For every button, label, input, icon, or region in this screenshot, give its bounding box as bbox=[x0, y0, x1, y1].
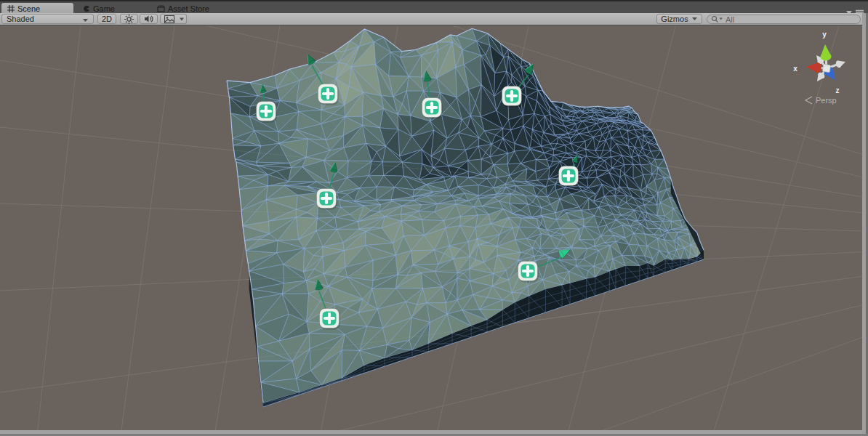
effects-dropdown[interactable] bbox=[177, 14, 187, 24]
tab-asset-store-label: Asset Store bbox=[168, 4, 209, 13]
tab-bar: Scene Game Asset Store bbox=[0, 0, 868, 13]
chevron-down-icon bbox=[692, 17, 698, 21]
search-icon bbox=[711, 15, 726, 23]
axis-label-x: x bbox=[793, 65, 797, 73]
lighting-toggle-button[interactable] bbox=[120, 14, 138, 24]
scene-viewport[interactable]: xyzPersp bbox=[0, 26, 862, 430]
scene-toolbar: Shaded 2D bbox=[0, 13, 862, 25]
spawn-point-gizmo[interactable] bbox=[317, 189, 337, 210]
effects-toggle-button[interactable] bbox=[160, 14, 178, 24]
shading-mode-label: Shaded bbox=[7, 15, 34, 23]
spawn-point-gizmo[interactable] bbox=[422, 98, 443, 119]
audio-toggle-button[interactable] bbox=[140, 14, 158, 24]
spawn-point-gizmo[interactable] bbox=[318, 84, 339, 105]
scene-search-input[interactable]: All bbox=[707, 15, 861, 24]
spawn-point-gizmo[interactable] bbox=[559, 166, 579, 187]
scene-grid-icon bbox=[7, 5, 15, 12]
unity-scene-view-window: Scene Game Asset Store Shaded bbox=[0, 0, 868, 436]
speaker-icon bbox=[144, 15, 153, 23]
chevron-down-icon bbox=[180, 17, 185, 21]
spawn-point-gizmo[interactable] bbox=[320, 309, 340, 330]
2d-toggle-button[interactable]: 2D bbox=[97, 14, 116, 24]
search-value: All bbox=[726, 15, 734, 24]
persp-text: Persp bbox=[816, 96, 837, 105]
sun-icon bbox=[124, 15, 134, 24]
tab-game-label: Game bbox=[93, 4, 115, 13]
axis-label-z: z bbox=[836, 86, 840, 94]
game-icon bbox=[83, 5, 90, 12]
gizmos-label: Gizmos bbox=[661, 15, 688, 23]
2d-label: 2D bbox=[102, 15, 112, 23]
image-icon bbox=[164, 15, 174, 23]
spawn-point-gizmo[interactable] bbox=[257, 102, 277, 123]
axis-label-y: y bbox=[822, 31, 827, 39]
spawn-point-gizmo[interactable] bbox=[518, 262, 539, 283]
spawn-point-gizmo[interactable] bbox=[502, 86, 523, 108]
shading-mode-dropdown[interactable]: Shaded bbox=[1, 14, 94, 24]
tab-scene-label: Scene bbox=[17, 4, 40, 13]
asset-store-icon bbox=[157, 5, 165, 12]
chevron-down-icon bbox=[83, 18, 89, 23]
gizmos-dropdown[interactable]: Gizmos bbox=[656, 14, 702, 24]
